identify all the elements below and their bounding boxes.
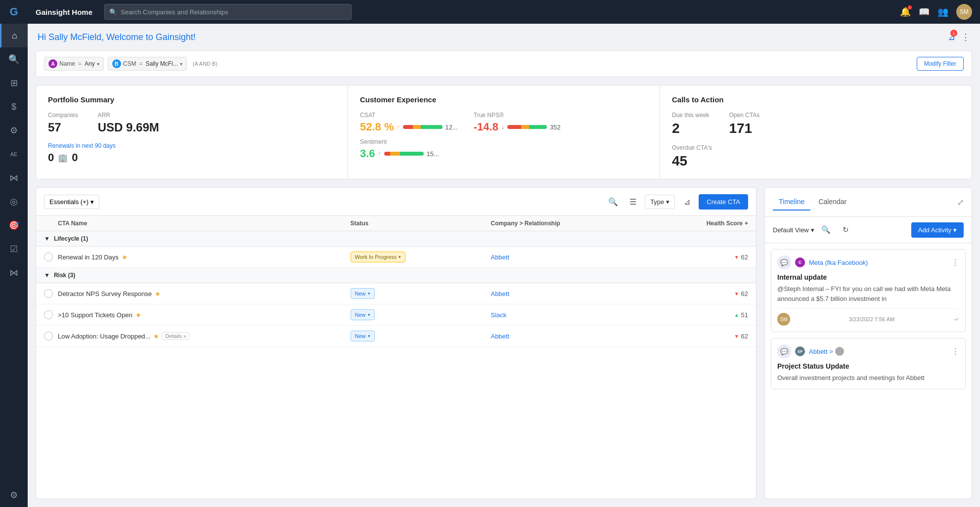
- connect-icon: ⋈: [9, 267, 18, 278]
- gear-icon: ⚙: [10, 490, 18, 501]
- more-options-icon[interactable]: ⋮: [961, 32, 970, 42]
- view-toggle-button[interactable]: ☰: [625, 194, 641, 210]
- cta-table: CTA Name Status Company > Relationship H…: [36, 216, 756, 499]
- filter-tag-b[interactable]: B CSM = Sally McFi... ▾: [108, 57, 187, 71]
- timeline-company-link[interactable]: Meta (fka Facebook): [809, 259, 947, 266]
- row-health: ▲ 51: [631, 311, 748, 319]
- filter-cta-button[interactable]: ⊿: [679, 194, 695, 210]
- nps-label: True NPS®: [474, 112, 561, 119]
- sidebar-item-home[interactable]: ⌂: [0, 24, 28, 47]
- row-name-text: Low Adoption: Usage Dropped...: [58, 333, 150, 340]
- add-activity-button[interactable]: Add Activity ▾: [911, 222, 964, 238]
- companies-value: 57: [48, 121, 78, 134]
- status-dropdown-arrow: ▾: [368, 334, 370, 338]
- search-cta-button[interactable]: 🔍: [605, 194, 621, 210]
- essentials-button[interactable]: Essentials (+) ▾: [44, 195, 99, 209]
- sidebar-item-tasks[interactable]: ☑: [0, 237, 28, 261]
- sidebar-item-ae[interactable]: AE: [0, 142, 28, 166]
- search-cta-icon: 🔍: [608, 197, 618, 207]
- csat-bar-red: [403, 125, 413, 129]
- details-tag[interactable]: Details »: [162, 332, 189, 340]
- timeline-card-avatar: SM: [777, 313, 790, 326]
- table-row: >10 Support Tickets Open ★ New ▾ Slack ▲…: [36, 304, 756, 326]
- home-icon: ⌂: [12, 31, 17, 41]
- book-icon[interactable]: 📖: [919, 6, 930, 17]
- row-checkbox[interactable]: [44, 253, 53, 261]
- sidebar-item-gear[interactable]: ⚙: [0, 483, 28, 507]
- row-health: ▼ 62: [631, 333, 748, 340]
- table-row: Low Adoption: Usage Dropped... ★ Details…: [36, 326, 756, 347]
- timeline-card-title: Internal update: [777, 273, 959, 281]
- status-badge-new[interactable]: New ▾: [351, 331, 375, 341]
- sentiment-bar: [384, 152, 424, 156]
- row-checkbox[interactable]: [44, 310, 53, 319]
- status-badge-new[interactable]: New ▾: [351, 309, 375, 320]
- star-icon[interactable]: ★: [153, 333, 159, 340]
- col-header-status: Status: [351, 220, 491, 227]
- star-icon[interactable]: ★: [135, 311, 141, 319]
- tab-timeline[interactable]: Timeline: [773, 194, 810, 211]
- timeline-card-more[interactable]: ⋮: [951, 258, 959, 267]
- star-icon[interactable]: ★: [122, 254, 128, 261]
- star-icon[interactable]: ★: [155, 290, 161, 297]
- search-input[interactable]: [104, 4, 352, 20]
- row-company[interactable]: Abbett: [490, 333, 631, 340]
- row-company[interactable]: Abbett: [490, 254, 631, 261]
- sidebar-item-camera[interactable]: ◎: [0, 190, 28, 213]
- row-checkbox[interactable]: [44, 332, 53, 340]
- sidebar-item-connect[interactable]: ⋈: [0, 261, 28, 285]
- add-activity-label: Add Activity: [918, 226, 951, 234]
- default-view-button[interactable]: Default View ▾: [773, 226, 814, 234]
- tab-calendar[interactable]: Calendar: [812, 194, 852, 211]
- health-arrow-down: ▼: [734, 254, 739, 260]
- notification-bell[interactable]: 🔔: [900, 6, 911, 17]
- modify-filter-button[interactable]: Modify Filter: [917, 57, 964, 71]
- people-icon[interactable]: 👥: [937, 6, 948, 17]
- row-checkbox[interactable]: [44, 289, 53, 298]
- timeline-card-header: 💬 C Meta (fka Facebook) ⋮: [777, 255, 959, 269]
- user-avatar-topnav[interactable]: SM: [956, 4, 972, 20]
- group-risk[interactable]: ▼ Risk (3): [36, 268, 756, 283]
- reply-icon[interactable]: ⤶: [953, 315, 959, 323]
- add-col-icon[interactable]: +: [745, 220, 748, 227]
- group-lifecycle[interactable]: ▼ Lifecycle (1): [36, 231, 756, 247]
- bottom-row: Essentials (+) ▾ 🔍 ☰ Type ▾: [36, 187, 972, 499]
- page-header: Hi Sally McField, Welcome to Gainsight! …: [36, 32, 972, 42]
- row-company[interactable]: Abbett: [490, 290, 631, 297]
- create-cta-button[interactable]: Create CTA: [699, 194, 748, 210]
- timeline-company-name: Meta (fka Facebook): [809, 259, 868, 266]
- nps-arrow: ↓: [501, 124, 504, 130]
- status-badge-wip[interactable]: Work In Progress ▾: [351, 252, 406, 262]
- status-badge-new[interactable]: New ▾: [351, 288, 375, 299]
- timeline-refresh-button[interactable]: ↻: [838, 222, 854, 238]
- row-company[interactable]: Slack: [490, 311, 631, 319]
- filter-tag-a[interactable]: A Name = Any ▾: [44, 57, 104, 71]
- type-dropdown[interactable]: Type ▾: [645, 195, 675, 209]
- filter-b-op: =: [139, 60, 142, 67]
- health-value: 62: [741, 290, 748, 297]
- search-icon-topnav: 🔍: [109, 8, 117, 16]
- sidebar-item-search[interactable]: 🔍: [0, 47, 28, 71]
- external-link-icon[interactable]: ⤢: [957, 198, 964, 207]
- row-health: ▼ 62: [631, 290, 748, 297]
- filter-icon-button[interactable]: ⊿ 1: [948, 32, 955, 42]
- sidebar-item-revenue[interactable]: $: [0, 95, 28, 119]
- cx-title: Customer Experience: [360, 95, 648, 104]
- timeline-card-more[interactable]: ⋮: [951, 347, 959, 356]
- portfolio-title: Portfolio Summary: [48, 95, 336, 104]
- timeline-search-button[interactable]: 🔍: [818, 222, 834, 238]
- sidebar-item-network[interactable]: ⋈: [0, 166, 28, 190]
- default-view-label: Default View: [773, 226, 809, 234]
- filter-logic: (A AND B): [193, 61, 218, 67]
- filter-b-arrow: ▾: [180, 61, 182, 67]
- nps-bar-red: [507, 125, 521, 129]
- filter-bar: A Name = Any ▾ B CSM = Sally McFi... ▾ (…: [36, 50, 972, 77]
- sidebar-item-target[interactable]: 🎯: [0, 213, 28, 237]
- sidebar-item-settings-main[interactable]: ⚙: [0, 119, 28, 142]
- building-icon: 🏢: [58, 153, 68, 163]
- timeline-company-link[interactable]: Abbett >: [809, 347, 947, 356]
- view-dropdown-arrow: ▾: [811, 226, 814, 234]
- timeline-card-date: 3/23/2022 7:56 AM: [849, 316, 894, 322]
- sidebar-item-dashboard[interactable]: ⊞: [0, 71, 28, 95]
- page-greeting: Hi Sally McField, Welcome to Gainsight!: [38, 32, 196, 42]
